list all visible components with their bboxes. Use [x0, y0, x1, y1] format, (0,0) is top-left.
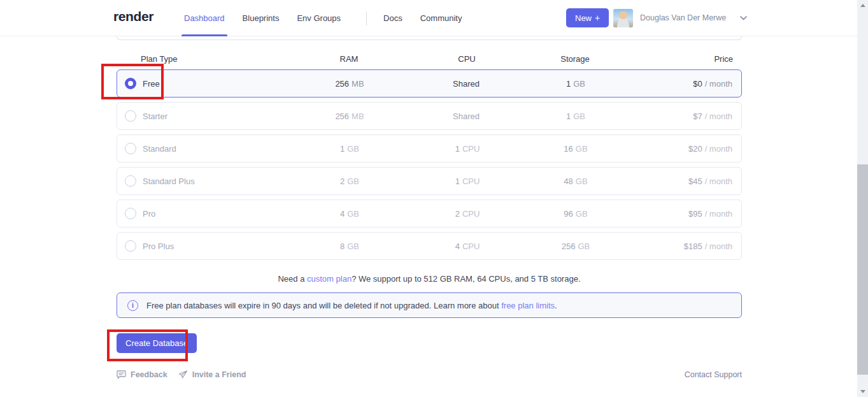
plan-name: Pro	[143, 209, 155, 219]
render-logo[interactable]: render	[113, 9, 153, 24]
scrollbar-thumb[interactable]	[857, 164, 868, 375]
vertical-scrollbar[interactable]	[857, 0, 868, 397]
triangle-up-icon	[860, 4, 865, 7]
user-name: Douglas Van Der Merwe	[640, 13, 726, 22]
plan-row-starter[interactable]: Starter 256MB Shared 1GB $7/ month	[117, 102, 742, 130]
plan-table-header: Plan Type RAM CPU Storage Price	[117, 53, 742, 64]
free-plan-notice: i Free plan databases will expire in 90 …	[117, 292, 742, 318]
notice-text: Free plan databases will expire in 90 da…	[146, 301, 557, 310]
plan-row-pro[interactable]: Pro 4GB 2CPU 96GB $95/ month	[117, 199, 742, 227]
column-header-price: Price	[629, 54, 742, 64]
plan-selection-section: Plan Type RAM CPU Storage Price Free 256…	[117, 36, 742, 379]
plan-row-free[interactable]: Free 256MB Shared 1GB $0/ month	[117, 69, 742, 97]
plan-rows: Free 256MB Shared 1GB $0/ month Starter …	[117, 69, 742, 260]
triangle-down-icon	[860, 390, 865, 393]
radio-unselected[interactable]	[125, 175, 136, 187]
info-icon: i	[127, 300, 138, 311]
primary-nav: Dashboard Blueprints Env Groups Docs Com…	[184, 0, 480, 36]
radio-selected[interactable]	[125, 78, 136, 89]
nav-link-docs[interactable]: Docs	[383, 0, 402, 36]
plus-icon: +	[595, 13, 600, 23]
radio-unselected[interactable]	[125, 240, 136, 252]
plan-row-standard-plus[interactable]: Standard Plus 2GB 1CPU 48GB $45/ month	[117, 167, 742, 195]
cut-off-field[interactable]	[117, 36, 742, 40]
top-nav-bar: render Dashboard Blueprints Env Groups D…	[0, 0, 857, 36]
plan-name: Pro Plus	[143, 242, 174, 251]
plan-name: Standard Plus	[143, 177, 195, 186]
plan-row-standard[interactable]: Standard 1GB 1CPU 16GB $20/ month	[117, 134, 742, 162]
avatar	[613, 9, 633, 27]
chevron-down-icon	[740, 16, 747, 20]
custom-plan-link[interactable]: custom plan	[307, 274, 352, 284]
column-header-plan-type: Plan Type	[117, 54, 285, 64]
free-plan-limits-link[interactable]: free plan limits	[501, 301, 555, 310]
contact-support-link[interactable]: Contact Support	[685, 370, 742, 379]
create-database-button[interactable]: Create Database	[117, 333, 197, 353]
speech-bubble-icon	[117, 370, 126, 379]
radio-unselected[interactable]	[125, 143, 136, 154]
radio-unselected[interactable]	[125, 110, 136, 122]
custom-plan-note: Need a custom plan? We support up to 512…	[117, 274, 742, 284]
tab-dashboard[interactable]: Dashboard	[184, 0, 225, 36]
plan-row-pro-plus[interactable]: Pro Plus 8GB 4CPU 256GB $185/ month	[117, 232, 742, 260]
scroll-down-arrow[interactable]	[857, 386, 868, 397]
nav-divider	[366, 11, 367, 25]
invite-friend-button[interactable]: Invite a Friend	[178, 370, 246, 379]
new-button[interactable]: New+	[566, 8, 609, 27]
paper-plane-icon	[178, 370, 188, 379]
page-footer: Feedback Invite a Friend Contact Support	[117, 370, 742, 379]
nav-link-community[interactable]: Community	[420, 0, 462, 36]
tab-env-groups[interactable]: Env Groups	[297, 0, 341, 36]
column-header-cpu: CPU	[413, 54, 521, 64]
plan-name: Starter	[143, 112, 167, 121]
scroll-up-arrow[interactable]	[857, 0, 868, 11]
user-menu[interactable]: Douglas Van Der Merwe	[613, 8, 747, 27]
column-header-storage: Storage	[521, 54, 629, 64]
tab-blueprints[interactable]: Blueprints	[243, 0, 280, 36]
column-header-ram: RAM	[285, 54, 413, 64]
plan-name: Standard	[143, 144, 176, 154]
radio-unselected[interactable]	[125, 208, 136, 219]
feedback-button[interactable]: Feedback	[117, 370, 167, 379]
plan-name: Free	[143, 79, 160, 89]
